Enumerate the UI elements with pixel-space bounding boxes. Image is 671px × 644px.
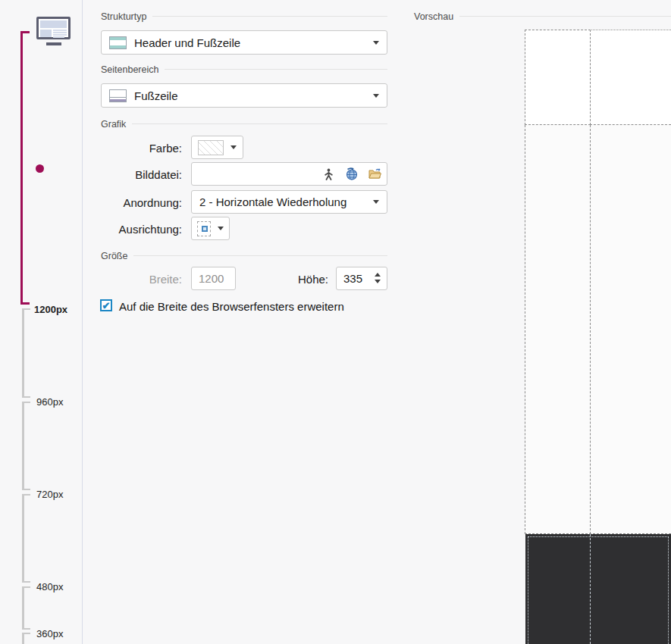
anordnung-value: 2 - Horizontale Wiederholung <box>199 195 346 208</box>
chevron-down-icon <box>373 94 379 98</box>
desktop-viewport-icon <box>36 17 71 39</box>
breite-label: Breite: <box>99 273 182 286</box>
group-seitenbereich: Seitenbereich <box>101 64 387 75</box>
breite-input <box>191 267 236 290</box>
ruler-track <box>22 633 24 644</box>
monitor-stand <box>46 42 61 45</box>
spin-up-icon[interactable] <box>375 273 381 277</box>
ruler-track <box>22 308 24 398</box>
panel-divider <box>82 0 83 644</box>
strukturtyp-dropdown[interactable]: Header und Fußzeile <box>101 30 387 55</box>
selection-outline <box>528 536 669 644</box>
ruler-position-dot[interactable] <box>36 164 44 173</box>
breakpoint-360px[interactable]: 360px <box>36 629 78 639</box>
chevron-down-icon <box>218 227 224 230</box>
divider <box>133 255 387 256</box>
ruler-tick <box>22 489 30 490</box>
breakpoint-960px[interactable]: 960px <box>36 397 78 408</box>
seitenbereich-dropdown[interactable]: Fußzeile <box>101 83 387 108</box>
seitenbereich-label: Seitenbereich <box>101 64 158 75</box>
chevron-down-icon <box>230 145 237 149</box>
ruler-active-bottom-tick <box>20 302 30 305</box>
preview-footer-selected[interactable] <box>525 534 671 644</box>
groesse-label: Größe <box>101 251 127 261</box>
grafik-label: Grafik <box>101 119 126 130</box>
preview-column-divider <box>590 125 591 534</box>
ruler-track <box>22 494 24 583</box>
breakpoint-480px[interactable]: 480px <box>36 582 78 592</box>
group-strukturtyp: Strukturtyp <box>101 11 387 22</box>
breakpoint-720px[interactable]: 720px <box>36 489 78 500</box>
ruler-tick <box>22 581 30 583</box>
chevron-down-icon <box>373 200 379 204</box>
ausrichtung-label: Ausrichtung: <box>99 223 182 236</box>
group-groesse: Größe <box>101 250 387 261</box>
preview-content-area[interactable] <box>525 125 671 534</box>
header-footer-layout-icon <box>109 36 127 49</box>
farbe-color-picker[interactable] <box>191 136 243 159</box>
anordnung-dropdown[interactable]: 2 - Horizontale Wiederholung <box>191 190 387 214</box>
ruler-track <box>22 402 24 490</box>
structure-editor-window: 1200px 960px 720px 480px 360px Strukturt… <box>0 0 671 644</box>
preview-header-right-cell[interactable] <box>590 30 671 125</box>
alignment-center-icon <box>197 221 211 236</box>
globe-icon[interactable] <box>345 167 358 180</box>
divider <box>459 16 671 17</box>
breakpoint-1200px[interactable]: 1200px <box>34 305 76 315</box>
browser-width-checkbox-label[interactable]: Auf die Breite des Browserfensters erwei… <box>119 300 344 313</box>
hoehe-field-wrap <box>336 267 387 290</box>
chevron-down-icon <box>373 41 379 45</box>
ruler-tick <box>22 628 30 630</box>
browser-width-checkbox[interactable]: ✔ <box>100 299 112 311</box>
ruler-active-range <box>20 31 23 305</box>
transparent-color-swatch <box>198 140 224 155</box>
anordnung-label: Anordnung: <box>99 196 182 209</box>
divider <box>165 69 387 70</box>
person-icon[interactable] <box>323 168 334 180</box>
hoehe-label: Höhe: <box>260 273 328 286</box>
vorschau-label: Vorschau <box>414 11 453 22</box>
divider <box>152 16 387 17</box>
seitenbereich-value: Fußzeile <box>134 89 178 102</box>
check-icon: ✔ <box>102 301 111 311</box>
strukturtyp-value: Header und Fußzeile <box>134 36 240 49</box>
preview-header-left-cell[interactable] <box>525 30 591 125</box>
group-grafik: Grafik <box>101 118 387 130</box>
divider <box>132 123 387 124</box>
bilddatei-field-wrap <box>191 162 387 186</box>
ruler-track <box>22 586 24 630</box>
bilddatei-label: Bilddatei: <box>99 168 182 181</box>
group-vorschau: Vorschau <box>414 11 671 22</box>
open-folder-icon[interactable] <box>368 168 381 180</box>
farbe-label: Farbe: <box>99 142 182 155</box>
hoehe-spinner[interactable] <box>375 273 381 283</box>
strukturtyp-label: Strukturtyp <box>101 11 146 22</box>
footer-area-icon <box>109 89 127 102</box>
ruler-tick <box>22 396 30 398</box>
spin-down-icon[interactable] <box>375 280 381 283</box>
ausrichtung-picker[interactable] <box>191 217 230 240</box>
